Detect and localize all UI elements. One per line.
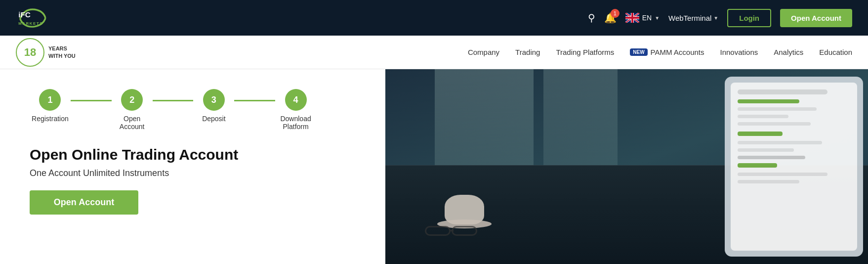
logo-area: iFC MARKETS (16, 5, 75, 30)
web-terminal-label: WebTerminal (668, 14, 711, 22)
main-content: 1 Registration 2 Open Account 3 Deposit … (0, 69, 868, 264)
steps-row: 1 Registration 2 Open Account 3 Deposit … (30, 89, 316, 131)
nav-pamm-area[interactable]: NEW PAMM Accounts (630, 48, 704, 56)
nav-analytics[interactable]: Analytics (774, 48, 803, 56)
nav-innovations[interactable]: Innovations (720, 48, 758, 56)
nav-pamm-accounts[interactable]: PAMM Accounts (651, 48, 704, 56)
chevron-down-icon: ▼ (655, 15, 660, 21)
nav-trading[interactable]: Trading (515, 48, 540, 56)
lang-label: EN (642, 14, 652, 22)
step-3-circle: 3 (203, 89, 225, 111)
logo: iFC MARKETS (16, 5, 75, 30)
web-terminal-button[interactable]: WebTerminal ▼ (668, 14, 718, 22)
years-number: 18 (24, 47, 36, 58)
svg-rect-10 (625, 17, 639, 19)
language-selector[interactable]: EN ▼ (625, 13, 660, 23)
hero-title: Open Online Trading Account (30, 146, 356, 163)
left-panel: 1 Registration 2 Open Account 3 Deposit … (0, 69, 385, 264)
search-button[interactable]: ⚲ (588, 12, 595, 24)
hero-subtitle: One Account Unlimited Instruments (30, 168, 356, 178)
step-2: 2 Open Account (112, 89, 153, 131)
years-circle: 18 (16, 38, 44, 67)
flag-uk-icon (625, 13, 639, 23)
main-nav: Company Trading Trading Platforms NEW PA… (468, 48, 852, 56)
step-4: 4 Download Platform (275, 89, 316, 131)
open-account-top-button[interactable]: Open Account (780, 9, 852, 27)
hero-image (385, 69, 868, 264)
years-label: YEARS WITH YOU (48, 45, 76, 59)
step-1-label: Registration (32, 115, 69, 123)
years-badge: 18 YEARS WITH YOU (16, 38, 76, 67)
step-1: 1 Registration (30, 89, 71, 123)
search-icon: ⚲ (588, 12, 595, 23)
step-connector-3 (234, 100, 275, 101)
chevron-down-icon: ▼ (713, 15, 718, 21)
bell-badge: 1 (611, 9, 620, 18)
right-panel (385, 69, 868, 264)
top-bar: iFC MARKETS ⚲ 🔔 1 EN (0, 0, 868, 36)
open-account-main-button[interactable]: Open Account (30, 190, 138, 215)
svg-text:iFC: iFC (18, 10, 31, 19)
step-4-circle: 4 (285, 89, 307, 111)
step-connector-1 (71, 100, 112, 101)
step-connector-2 (153, 100, 194, 101)
step-3-label: Deposit (202, 115, 225, 123)
notifications-bell[interactable]: 🔔 1 (604, 12, 617, 24)
nav-bar: 18 YEARS WITH YOU Company Trading Tradin… (0, 36, 868, 69)
step-1-circle: 1 (39, 89, 61, 111)
step-2-circle: 2 (121, 89, 143, 111)
step-3: 3 Deposit (193, 89, 234, 123)
nav-trading-platforms[interactable]: Trading Platforms (556, 48, 614, 56)
svg-text:MARKETS: MARKETS (18, 21, 43, 26)
top-bar-right: ⚲ 🔔 1 EN ▼ WebTerminal ▼ (588, 9, 852, 27)
step-2-label: Open Account (112, 115, 153, 131)
nav-education[interactable]: Education (819, 48, 852, 56)
nav-company[interactable]: Company (468, 48, 499, 56)
step-4-label: Download Platform (275, 115, 316, 131)
login-button[interactable]: Login (727, 9, 771, 27)
new-badge: NEW (630, 48, 647, 56)
